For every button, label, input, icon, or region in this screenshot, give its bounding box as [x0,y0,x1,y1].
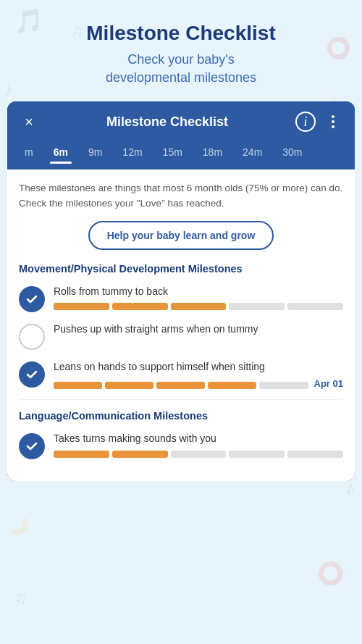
tab-15m[interactable]: 15m [153,142,193,162]
progress-seg-1-5 [287,303,343,310]
main-content: These milestones are things that most 6 … [7,170,355,481]
empty-circle-2 [19,324,45,350]
milestone-item-1[interactable]: Rolls from tummy to back [19,285,343,312]
menu-dot-3 [332,125,334,128]
milestone-item-3[interactable]: Leans on hands to support himself when s… [19,360,343,390]
app-toolbar: × Milestone Checklist i [7,101,355,142]
tab-24m[interactable]: 24m [232,142,272,162]
progress-bar-lang-1 [54,451,343,458]
progress-seg-l1-1 [54,451,109,458]
check-circle-1 [19,286,45,312]
progress-seg-3-1 [54,382,102,389]
milestone-date-3: Apr 01 [314,378,343,389]
progress-seg-l1-4 [229,451,285,458]
milestone-text-lang-1: Takes turns making sounds with you [54,432,343,446]
milestone-info-lang-1: Takes turns making sounds with you [54,432,343,458]
menu-dot-2 [332,120,334,123]
tab-3m[interactable]: m [14,142,43,162]
progress-seg-3-2 [105,382,153,389]
close-button[interactable]: × [19,112,39,132]
tab-18m[interactable]: 18m [193,142,232,162]
language-section: Language/Communication Milestones Takes … [19,410,343,459]
menu-dot-1 [332,115,334,118]
tab-30m[interactable]: 30m [272,142,312,162]
tab-12m[interactable]: 12m [112,142,152,162]
progress-seg-l1-2 [112,451,168,458]
app-card: × Milestone Checklist i m 6m 9m 12m 15m … [7,101,355,481]
help-button[interactable]: Help your baby learn and grow [88,221,274,250]
progress-bar-1 [54,303,343,310]
language-section-title: Language/Communication Milestones [19,410,343,422]
description-text: These milestones are things that most 6 … [19,181,343,211]
progress-seg-1-3 [171,303,227,310]
progress-seg-l1-5 [287,451,343,458]
progress-bar-3 [54,382,308,389]
milestone-info-1: Rolls from tummy to back [54,285,343,311]
milestone-text-3: Leans on hands to support himself when s… [54,360,343,375]
progress-seg-l1-3 [171,451,227,458]
progress-seg-1-1 [54,303,109,310]
tab-6m[interactable]: 6m [43,142,78,162]
milestone-item-2[interactable]: Pushes up with straight arms when on tum… [19,322,343,350]
progress-seg-1-2 [112,303,168,310]
movement-section-title: Movement/Physical Development Milestones [19,263,343,275]
progress-seg-3-4 [208,382,256,389]
milestone-info-3: Leans on hands to support himself when s… [54,360,343,390]
page-title: Milestone Checklist [22,22,340,45]
page-subtitle: Check your baby'sdevelopmental milestone… [22,51,340,87]
check-circle-3 [19,361,45,388]
more-menu-button[interactable] [323,112,343,132]
section-divider [19,399,343,400]
milestone-item-lang-1[interactable]: Takes turns making sounds with you [19,432,343,459]
milestone-text-1: Rolls from tummy to back [54,285,343,299]
milestone-info-2: Pushes up with straight arms when on tum… [54,322,343,341]
tab-9m[interactable]: 9m [78,142,112,162]
month-tabs: m 6m 9m 12m 15m 18m 24m 30m [7,142,355,170]
toolbar-title: Milestone Checklist [46,114,288,130]
info-icon[interactable]: i [295,112,316,132]
check-circle-lang-1 [19,433,45,459]
page-header: Milestone Checklist Check your baby'sdev… [0,0,362,101]
milestone-text-2: Pushes up with straight arms when on tum… [54,322,343,337]
progress-seg-3-5 [259,382,308,389]
progress-seg-3-3 [156,382,205,389]
progress-seg-1-4 [229,303,285,310]
milestone-progress-row-3: Apr 01 [54,378,343,389]
